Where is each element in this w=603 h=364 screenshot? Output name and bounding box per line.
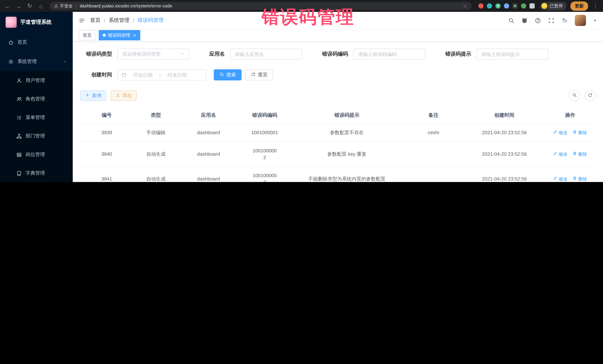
sidebar-item[interactable]: 字典管理 — [0, 164, 73, 182]
extension-icon[interactable] — [478, 3, 484, 9]
user-avatar[interactable] — [575, 15, 586, 26]
sidebar-item[interactable]: 部门管理 — [0, 127, 73, 145]
column-header: 错误码编码 — [238, 107, 291, 124]
download-icon — [116, 93, 120, 99]
tab[interactable]: 错误码管理× — [99, 30, 140, 40]
edit-link[interactable]: 修改 — [553, 176, 567, 182]
delete-link[interactable]: 删除 — [573, 129, 587, 136]
extension-icon[interactable] — [487, 3, 492, 9]
sidebar-item[interactable]: 角色管理 — [0, 90, 73, 108]
column-header: 操作 — [545, 107, 596, 124]
breadcrumb-item[interactable]: 系统管理 — [109, 17, 129, 24]
position-icon — [16, 152, 22, 157]
vue-devtools-extension-icon[interactable] — [495, 3, 500, 9]
address-bar[interactable]: ⚠ 不安全 | dashboard.yudao.iocoder.cn/syste… — [50, 2, 472, 10]
pinned-extension-icon[interactable] — [530, 3, 535, 9]
end-date-input[interactable] — [163, 72, 191, 78]
sidebar-item[interactable]: 首页 — [0, 33, 73, 52]
close-icon[interactable]: × — [133, 33, 136, 38]
app-logo — [6, 17, 17, 28]
delete-link[interactable]: 删除 — [573, 176, 587, 182]
app-logo-row[interactable]: 芋道管理系统 — [0, 12, 73, 33]
back-icon[interactable]: ← — [4, 3, 11, 9]
help-icon[interactable] — [535, 17, 541, 23]
cell-id: 3941 — [80, 167, 133, 182]
extensions-row — [478, 3, 535, 9]
profile-paused-chip[interactable]: 已暂停 — [540, 2, 567, 10]
delete-icon — [573, 176, 577, 182]
filter-row-2: 创建时间 - 搜索 重置 — [80, 69, 596, 80]
toggle-search-button[interactable] — [569, 90, 580, 101]
sidebar-item[interactable]: 用户管理 — [0, 71, 73, 90]
tab[interactable]: 首页 — [79, 30, 96, 40]
date-separator: - — [159, 72, 161, 78]
plus-icon — [85, 93, 90, 99]
extension-icon[interactable] — [504, 3, 509, 9]
forward-icon[interactable]: → — [15, 3, 22, 9]
breadcrumb-item[interactable]: 首页 — [90, 17, 101, 24]
sidebar-item-label: 系统管理 — [17, 58, 59, 65]
add-button[interactable]: 新增 — [80, 90, 106, 101]
bookmark-star-icon[interactable]: ☆ — [463, 3, 467, 9]
sidebar-item-label: 菜单管理 — [26, 114, 67, 121]
search-button[interactable]: 搜索 — [214, 69, 242, 80]
error-code-input[interactable] — [353, 49, 425, 60]
github-icon[interactable] — [521, 17, 528, 23]
browser-update-button[interactable]: 更新 — [570, 1, 588, 11]
date-range-picker[interactable]: - — [117, 69, 206, 80]
cell-message: 参数配置 key 重复 — [291, 142, 403, 167]
navbar-actions — [508, 15, 597, 26]
cell-remark — [403, 142, 464, 167]
search-icon — [219, 72, 224, 78]
table-toolbar: 新增 导出 — [80, 90, 596, 101]
refresh-icon — [251, 72, 256, 78]
column-header: 备注 — [403, 107, 464, 124]
edit-link[interactable]: 修改 — [553, 151, 567, 157]
fullscreen-icon[interactable] — [548, 17, 554, 23]
app-name-input[interactable] — [230, 49, 302, 60]
delete-link[interactable]: 删除 — [573, 151, 587, 157]
cell-code: 1001000003 — [238, 167, 291, 182]
error-type-label: 错误码类型 — [80, 51, 112, 57]
error-message-label: 错误码提示 — [445, 51, 471, 57]
error-message-input[interactable] — [476, 49, 548, 60]
paused-label: 已暂停 — [550, 3, 563, 9]
search-icon[interactable] — [508, 17, 514, 23]
hamburger-icon[interactable] — [79, 17, 85, 23]
browser-home-icon[interactable]: ⌂ — [37, 3, 45, 9]
browser-menu-icon[interactable]: ⋮ — [592, 3, 599, 9]
reload-icon[interactable]: ↻ — [26, 3, 33, 9]
font-size-icon[interactable] — [561, 17, 568, 23]
sidebar-item[interactable]: 菜单管理 — [0, 108, 73, 127]
export-button[interactable]: 导出 — [111, 90, 137, 101]
refresh-table-button[interactable] — [584, 90, 596, 101]
sidebar-item[interactable]: 系统管理 — [0, 52, 73, 71]
cell-message: 参数配置不存在 — [291, 124, 403, 142]
warning-icon: ⚠ — [54, 3, 58, 9]
delete-icon — [573, 151, 577, 157]
chevron-down-icon — [180, 52, 185, 56]
breadcrumb-item: 错误码管理 — [138, 17, 164, 24]
delete-label: 删除 — [578, 176, 587, 182]
sidebar-item[interactable]: 岗位管理 — [0, 145, 73, 164]
page-content: 错误码类型 请选择错误码类型 应用名 错误码编码 错误码提示 — [73, 42, 603, 182]
sidebar-item-label: 首页 — [17, 39, 67, 46]
cell-created-time: 2021-04-20 23:52:56 — [464, 142, 545, 167]
extension-icon[interactable] — [521, 3, 526, 9]
cell-app-name: dashboard — [179, 142, 238, 167]
error-code-label: 错误码编码 — [322, 51, 348, 57]
edit-icon — [553, 151, 557, 157]
column-header: 创建时间 — [464, 107, 545, 124]
start-date-input[interactable] — [129, 72, 157, 78]
extension-icon[interactable] — [512, 3, 518, 9]
reset-button[interactable]: 重置 — [245, 69, 273, 80]
caret-down-icon[interactable] — [593, 18, 597, 22]
error-type-select[interactable]: 请选择错误码类型 — [117, 49, 189, 60]
cell-code: 1001000002 — [238, 142, 291, 167]
table-row: 3939手动编辑dashboard1001000001参数配置不存在ceshi2… — [80, 124, 596, 142]
delete-label: 删除 — [578, 129, 587, 136]
security-chip[interactable]: ⚠ 不安全 — [54, 3, 73, 9]
edit-link[interactable]: 修改 — [553, 129, 567, 136]
sidebar-item-label: 用户管理 — [26, 77, 67, 84]
sidebar: 芋道管理系统 首页系统管理用户管理角色管理菜单管理部门管理岗位管理字典管理通知公… — [0, 12, 73, 182]
